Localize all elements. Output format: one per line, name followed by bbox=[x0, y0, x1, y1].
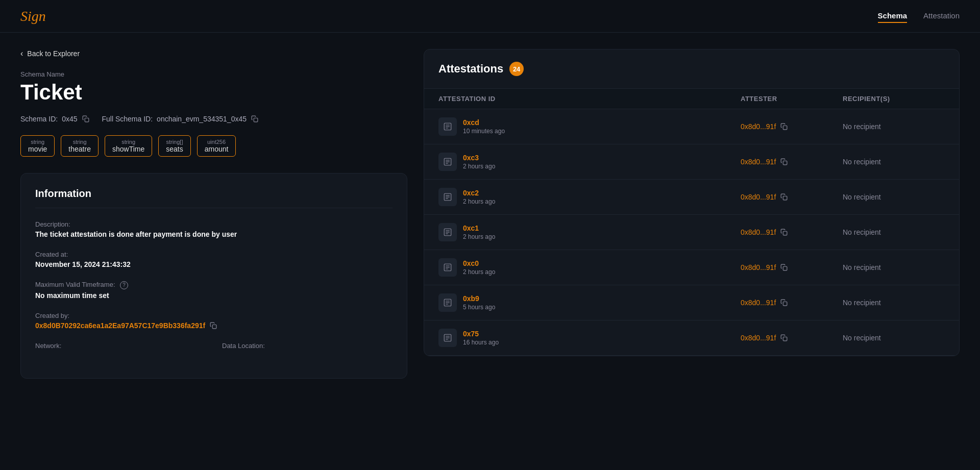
att-time: 10 minutes ago bbox=[463, 128, 505, 135]
schema-tag-theatre: string theatre bbox=[61, 135, 99, 157]
attestations-title: Attestations bbox=[438, 62, 503, 76]
tag-name-seats: seats bbox=[166, 145, 183, 153]
tag-type-theatre: string bbox=[73, 139, 87, 145]
created-by-field: Created by: 0x8d0B70292ca6ea1a2Ea97A57C1… bbox=[35, 312, 393, 330]
schema-id: Schema ID: 0x45 bbox=[20, 115, 90, 123]
header-nav: Schema Attestation bbox=[878, 9, 960, 23]
attester-link[interactable]: 0x8d0...91f bbox=[741, 228, 776, 236]
attester-cell: 0x8d0...91f bbox=[741, 299, 843, 307]
att-id-cell: 0xb9 5 hours ago bbox=[438, 293, 741, 312]
recipient-cell: No recipient bbox=[843, 299, 945, 307]
recipient-cell: No recipient bbox=[843, 334, 945, 342]
attester-cell: 0x8d0...91f bbox=[741, 263, 843, 271]
max-valid-value: No maximum time set bbox=[35, 291, 393, 300]
recipient-cell: No recipient bbox=[843, 122, 945, 131]
attester-copy-icon[interactable] bbox=[780, 299, 788, 307]
att-id-cell: 0xc3 2 hours ago bbox=[438, 153, 741, 171]
data-location-field: Data Location: bbox=[222, 342, 393, 352]
data-location-label: Data Location: bbox=[222, 342, 393, 350]
recipient-cell: No recipient bbox=[843, 158, 945, 166]
schema-tag-amount: uint256 amount bbox=[197, 135, 236, 157]
table-row[interactable]: 0xc3 2 hours ago 0x8d0...91f No recipien… bbox=[424, 144, 959, 180]
schema-tag-movie: string movie bbox=[20, 135, 55, 157]
description-label: Description: bbox=[35, 220, 393, 228]
attester-cell: 0x8d0...91f bbox=[741, 228, 843, 236]
attester-link[interactable]: 0x8d0...91f bbox=[741, 299, 776, 307]
att-time: 2 hours ago bbox=[463, 163, 495, 170]
att-id-info: 0xcd 10 minutes ago bbox=[463, 118, 505, 135]
att-id-cell: 0x75 16 hours ago bbox=[438, 329, 741, 347]
max-valid-help-icon[interactable]: ? bbox=[120, 281, 128, 289]
nav-attestation[interactable]: Attestation bbox=[923, 9, 960, 23]
att-id-info: 0x75 16 hours ago bbox=[463, 330, 499, 346]
created-by-value: 0x8d0B70292ca6ea1a2Ea97A57C17e9Bb336fa29… bbox=[35, 321, 205, 330]
info-panel: Information Description: The ticket atte… bbox=[20, 173, 407, 379]
full-schema-id: Full Schema ID: onchain_evm_534351_0x45 bbox=[102, 115, 259, 123]
attester-link[interactable]: 0x8d0...91f bbox=[741, 334, 776, 342]
att-id-cell: 0xc1 2 hours ago bbox=[438, 223, 741, 241]
att-time: 5 hours ago bbox=[463, 304, 495, 311]
attester-cell: 0x8d0...91f bbox=[741, 158, 843, 166]
tag-type-showTime: string bbox=[121, 139, 135, 145]
attestations-panel: Attestations 24 Attestation ID Attester … bbox=[424, 49, 960, 356]
full-schema-id-copy-icon[interactable] bbox=[251, 115, 259, 123]
att-id-info: 0xb9 5 hours ago bbox=[463, 294, 495, 311]
att-id-link[interactable]: 0xc0 bbox=[463, 259, 495, 267]
attester-copy-icon[interactable] bbox=[780, 122, 788, 131]
att-id-info: 0xc1 2 hours ago bbox=[463, 224, 495, 240]
created-by-address: 0x8d0B70292ca6ea1a2Ea97A57C17e9Bb336fa29… bbox=[35, 321, 393, 330]
att-id-link[interactable]: 0xb9 bbox=[463, 294, 495, 303]
att-icon bbox=[438, 258, 457, 277]
main-layout: ‹ Back to Explorer Schema Name Ticket Sc… bbox=[0, 33, 980, 395]
attester-copy-icon[interactable] bbox=[780, 228, 788, 236]
att-icon bbox=[438, 153, 457, 171]
table-row[interactable]: 0xc2 2 hours ago 0x8d0...91f No recipien… bbox=[424, 180, 959, 215]
col-header-attester: Attester bbox=[741, 95, 843, 103]
attester-cell: 0x8d0...91f bbox=[741, 122, 843, 131]
attester-link[interactable]: 0x8d0...91f bbox=[741, 263, 776, 271]
att-id-cell: 0xc2 2 hours ago bbox=[438, 188, 741, 206]
svg-rect-37 bbox=[783, 337, 788, 341]
col-header-id: Attestation ID bbox=[438, 95, 741, 103]
description-field: Description: The ticket attestation is d… bbox=[35, 220, 393, 238]
info-panel-title: Information bbox=[35, 188, 393, 208]
schema-id-copy-icon[interactable] bbox=[82, 115, 90, 123]
att-id-link[interactable]: 0xc3 bbox=[463, 154, 495, 162]
attester-copy-icon[interactable] bbox=[780, 263, 788, 271]
back-to-explorer[interactable]: ‹ Back to Explorer bbox=[20, 49, 407, 58]
att-icon bbox=[438, 117, 457, 136]
att-time: 16 hours ago bbox=[463, 339, 499, 346]
svg-rect-0 bbox=[85, 118, 89, 122]
attester-cell: 0x8d0...91f bbox=[741, 334, 843, 342]
att-id-link[interactable]: 0xcd bbox=[463, 118, 505, 127]
table-row[interactable]: 0xc0 2 hours ago 0x8d0...91f No recipien… bbox=[424, 250, 959, 285]
table-row[interactable]: 0x75 16 hours ago 0x8d0...91f No recipie… bbox=[424, 320, 959, 356]
table-row[interactable]: 0xc1 2 hours ago 0x8d0...91f No recipien… bbox=[424, 215, 959, 250]
table-row[interactable]: 0xb9 5 hours ago 0x8d0...91f No recipien… bbox=[424, 285, 959, 320]
att-id-link[interactable]: 0xc1 bbox=[463, 224, 495, 232]
created-by-label: Created by: bbox=[35, 312, 393, 319]
schema-tags: string movie string theatre string showT… bbox=[20, 135, 407, 157]
att-icon bbox=[438, 293, 457, 312]
attester-copy-icon[interactable] bbox=[780, 158, 788, 166]
attester-link[interactable]: 0x8d0...91f bbox=[741, 158, 776, 166]
attestations-header: Attestations 24 bbox=[424, 50, 959, 89]
schema-ids: Schema ID: 0x45 Full Schema ID: onchain_… bbox=[20, 115, 407, 123]
att-icon bbox=[438, 188, 457, 206]
att-id-link[interactable]: 0xc2 bbox=[463, 189, 495, 197]
header: Sign Schema Attestation bbox=[0, 0, 980, 33]
att-id-link[interactable]: 0x75 bbox=[463, 330, 499, 338]
attester-copy-icon[interactable] bbox=[780, 334, 788, 342]
max-valid-label: Maximum Valid Timeframe: ? bbox=[35, 281, 393, 289]
att-id-info: 0xc0 2 hours ago bbox=[463, 259, 495, 276]
attester-link[interactable]: 0x8d0...91f bbox=[741, 193, 776, 201]
nav-schema[interactable]: Schema bbox=[878, 9, 908, 23]
back-arrow-icon: ‹ bbox=[20, 49, 23, 58]
svg-rect-22 bbox=[783, 231, 788, 235]
attester-link[interactable]: 0x8d0...91f bbox=[741, 122, 776, 131]
attester-copy-icon[interactable] bbox=[780, 193, 788, 201]
created-by-copy-icon[interactable] bbox=[209, 321, 217, 330]
table-row[interactable]: 0xcd 10 minutes ago 0x8d0...91f No recip… bbox=[424, 109, 959, 144]
attestations-count: 24 bbox=[509, 62, 524, 76]
schema-tag-showTime: string showTime bbox=[105, 135, 152, 157]
